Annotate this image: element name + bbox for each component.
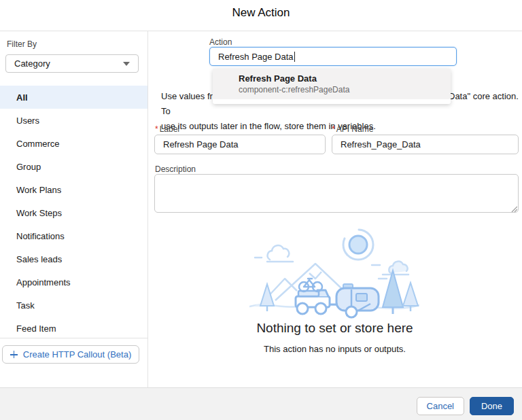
sidebar-item-task[interactable]: Task [0, 294, 147, 317]
action-suggestion-dropdown: Refresh Page Data component-c:refreshPag… [213, 69, 451, 104]
create-http-callout-button[interactable]: Create HTTP Callout (Beta) [2, 345, 139, 364]
sidebar-item-label: Work Steps [16, 208, 62, 218]
sidebar-item-work-steps[interactable]: Work Steps [0, 201, 147, 224]
sidebar-item-label: Task [16, 300, 35, 311]
required-asterisk: * [155, 124, 158, 134]
done-button[interactable]: Done [470, 397, 514, 415]
suggestion-item[interactable]: Refresh Page Data component-c:refreshPag… [213, 69, 451, 99]
action-field-label: Action [209, 37, 232, 47]
description-field-textarea[interactable] [154, 174, 519, 213]
sidebar-item-users[interactable]: Users [0, 109, 147, 132]
sidebar-item-feed-item[interactable]: Feed Item [0, 317, 147, 340]
sidebar-item-label: Commerce [16, 139, 60, 149]
label-field-input[interactable] [154, 135, 326, 154]
sidebar-item-label: Feed Item [16, 323, 56, 334]
header-divider [0, 31, 522, 31]
sidebar-item-commerce[interactable]: Commerce [0, 132, 147, 155]
empty-state-title: Nothing to set or store here [147, 321, 522, 336]
sidebar-item-notifications[interactable]: Notifications [0, 224, 147, 247]
sidebar-item-work-plans[interactable]: Work Plans [0, 178, 147, 201]
camping-scene-illustration [249, 224, 419, 323]
sidebar-item-label: All [16, 92, 28, 103]
api-name-field-input[interactable] [332, 135, 519, 154]
filter-by-label: Filter By [7, 39, 37, 49]
label-field-label-text: Label [160, 124, 179, 134]
sidebar-item-all[interactable]: All [0, 86, 147, 109]
sidebar-item-sales-leads[interactable]: Sales leads [0, 247, 147, 270]
empty-state-subtitle: This action has no inputs or outputs. [147, 344, 522, 354]
action-search-value: Refresh Page Data [218, 52, 294, 62]
suggestion-subtitle: component-c:refreshPageData [239, 84, 444, 95]
plus-icon [10, 351, 18, 358]
new-action-dialog: New Action Filter By Category All Users … [0, 0, 522, 420]
sidebar-list-divider [0, 338, 147, 338]
description-field-label: Description [155, 164, 196, 174]
sidebar-item-label: Group [16, 162, 41, 172]
api-name-field-label: *API Name [332, 124, 373, 134]
suggestion-title: Refresh Page Data [239, 73, 444, 84]
sidebar-item-group[interactable]: Group [0, 155, 147, 178]
sidebar-item-label: Notifications [16, 231, 65, 241]
chevron-down-icon [123, 62, 130, 66]
sidebar-item-label: Appointments [16, 277, 71, 287]
create-http-callout-label: Create HTTP Callout (Beta) [23, 349, 131, 360]
text-cursor [294, 52, 295, 62]
category-filter-select[interactable]: Category [5, 54, 139, 73]
sidebar-item-label: Users [16, 116, 39, 126]
api-name-field-label-text: API Name [336, 124, 374, 134]
action-search-input[interactable]: Refresh Page Data [209, 47, 457, 66]
cancel-button[interactable]: Cancel [417, 397, 464, 415]
sidebar-item-label: Sales leads [16, 254, 62, 264]
category-select-value: Category [14, 58, 123, 69]
label-field-label: *Label [155, 124, 179, 134]
sidebar-item-label: Work Plans [16, 185, 61, 195]
dialog-title: New Action [0, 6, 522, 20]
required-asterisk: * [332, 124, 335, 134]
sidebar-item-appointments[interactable]: Appointments [0, 270, 147, 294]
